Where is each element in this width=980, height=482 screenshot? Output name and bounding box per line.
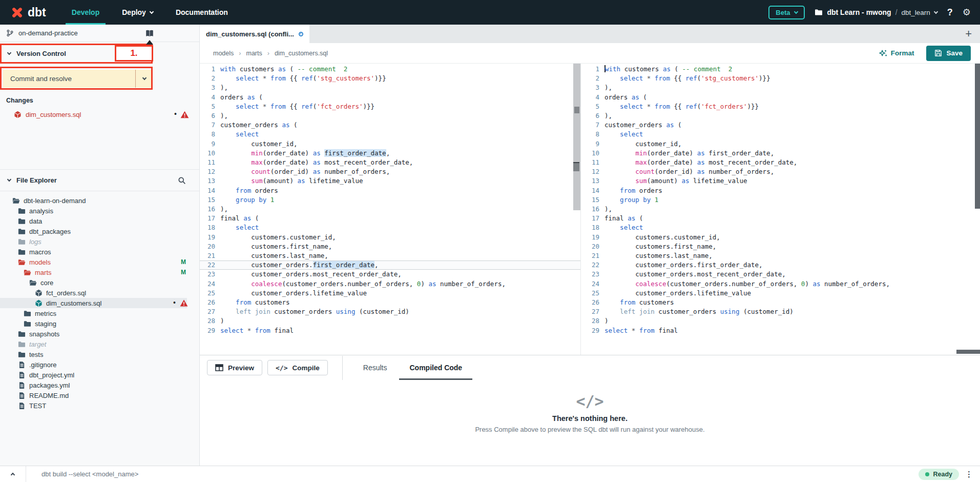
commit-dropdown-toggle[interactable] — [135, 70, 153, 88]
code-line[interactable]: 19 customers.customer_id, — [200, 233, 580, 242]
help-button[interactable]: ? — [947, 7, 953, 18]
tree-item-logs[interactable]: logs — [0, 236, 187, 247]
tab-dim-customers[interactable]: dim_customers.sql (confli... — [200, 25, 309, 43]
code-line[interactable]: 15 group by 1 — [200, 195, 580, 205]
menu-item-documentation[interactable]: Documentation — [164, 0, 239, 25]
commit-and-resolve-button[interactable]: Commit and resolve — [3, 70, 153, 88]
tree-item-readme-md[interactable]: README.md — [0, 390, 187, 400]
code-line[interactable]: 7customer_orders as ( — [200, 120, 580, 130]
code-line[interactable]: 17final as ( — [200, 214, 580, 223]
account-project-selector[interactable]: dbt Learn - mwong / dbt_learn — [815, 8, 937, 16]
tree-item-marts[interactable]: martsM — [0, 267, 187, 277]
code-line[interactable]: 10 min(order_date) as first_order_date, — [200, 149, 580, 158]
tree-item-packages-yml[interactable]: packages.yml — [0, 380, 187, 390]
tree-item-fct-orders-sql[interactable]: fct_orders.sql — [0, 288, 187, 298]
tree-item-tests[interactable]: tests — [0, 349, 187, 359]
code-line[interactable]: 9 customer_id, — [200, 139, 580, 149]
code-line[interactable]: 26 from customers — [200, 298, 580, 307]
settings-gear-icon[interactable]: ⚙ — [963, 7, 971, 18]
menu-item-deploy[interactable]: Deploy — [111, 0, 164, 25]
code-line[interactable]: 6), — [200, 111, 580, 120]
code-line[interactable]: 2 select * from {{ ref('stg_customers')}… — [584, 74, 980, 83]
new-tab-button[interactable]: + — [965, 28, 980, 39]
code-line[interactable]: 17final as ( — [584, 214, 980, 223]
file-explorer-header[interactable]: File Explorer — [0, 170, 199, 191]
code-line[interactable]: 16), — [584, 205, 980, 214]
preview-button[interactable]: Preview — [207, 360, 262, 375]
tree-item-dbt-learn-on-demand[interactable]: dbt-learn-on-demand — [0, 195, 187, 206]
code-line[interactable]: 22 customer_orders.first_order_date, — [584, 260, 980, 270]
code-line[interactable]: 22 customer_orders.first_order_date, — [200, 260, 580, 270]
code-line[interactable]: 29select * from final — [584, 326, 980, 335]
code-line[interactable]: 21 customers.last_name, — [584, 251, 980, 260]
code-line[interactable]: 9 customer_id, — [584, 139, 980, 149]
save-button[interactable]: Save — [926, 46, 971, 61]
code-line[interactable]: 2 select * from {{ ref('stg_customers')}… — [200, 74, 580, 83]
code-line[interactable]: 8 select — [200, 130, 580, 139]
vertical-scrollbar-thumb[interactable] — [975, 64, 980, 209]
version-control-header[interactable]: Version Control — [0, 42, 199, 65]
tree-item--gitignore[interactable]: .gitignore — [0, 359, 187, 370]
code-line[interactable]: 5 select * from {{ ref('fct_orders')}} — [584, 102, 980, 111]
code-line[interactable]: 26 from customers — [584, 298, 980, 307]
code-line[interactable]: 28) — [200, 316, 580, 326]
menu-item-develop[interactable]: Develop — [60, 0, 111, 25]
chevron-up-icon[interactable] — [11, 473, 15, 477]
code-pane-right[interactable]: 1with customers as ( -- comment 22 selec… — [580, 64, 980, 355]
command-input[interactable]: dbt build --select <model_name> — [26, 470, 919, 478]
code-line[interactable]: 4orders as ( — [584, 93, 980, 102]
code-line[interactable]: 24 coalesce(customer_orders.number_of_or… — [584, 279, 980, 289]
code-line[interactable]: 11 max(order_date) as most_recent_order_… — [200, 158, 580, 167]
results-tab-compiled-code[interactable]: Compiled Code — [403, 355, 468, 380]
code-line[interactable]: 14 from orders — [584, 186, 980, 195]
code-line[interactable]: 5 select * from {{ ref('fct_orders')}} — [200, 102, 580, 111]
code-line[interactable]: 4orders as ( — [200, 93, 580, 102]
code-line[interactable]: 23 customer_orders.most_recent_order_dat… — [200, 270, 580, 279]
tree-item-dbt-packages[interactable]: dbt_packages — [0, 226, 187, 236]
breadcrumb-item[interactable]: marts — [246, 50, 262, 57]
git-branch-row[interactable]: on-demand-practice — [0, 25, 199, 42]
docs-book-icon[interactable] — [145, 29, 154, 37]
code-line[interactable]: 20 customers.first_name, — [584, 242, 980, 251]
tree-item-macros[interactable]: macros — [0, 247, 187, 257]
code-line[interactable]: 25 customer_orders.lifetime_value — [200, 289, 580, 298]
compile-button[interactable]: </> Compile — [267, 360, 328, 375]
horizontal-scrollbar-thumb[interactable] — [956, 350, 980, 354]
code-line[interactable]: 29select * from final — [200, 326, 580, 335]
code-line[interactable]: 8 select — [584, 130, 980, 139]
code-line[interactable]: 3), — [200, 83, 580, 92]
tree-item-models[interactable]: modelsM — [0, 257, 187, 267]
tree-item-core[interactable]: core — [0, 277, 187, 288]
results-tab-results[interactable]: Results — [357, 355, 393, 380]
tree-item-analysis[interactable]: analysis — [0, 206, 187, 216]
format-button[interactable]: Format — [879, 49, 914, 57]
code-line[interactable]: 23 customer_orders.most_recent_order_dat… — [584, 270, 980, 279]
tree-item-dbt-project-yml[interactable]: dbt_project.yml — [0, 370, 187, 380]
code-line[interactable]: 14 from orders — [200, 186, 580, 195]
tree-item-dim-customers-sql[interactable]: dim_customers.sql• — [0, 298, 187, 308]
minimap-scrollbar[interactable] — [573, 64, 580, 210]
code-pane-left[interactable]: 1with customers as ( -- comment 22 selec… — [200, 64, 580, 355]
code-line[interactable]: 18 select — [584, 223, 980, 232]
breadcrumb-item[interactable]: models — [213, 50, 234, 57]
code-line[interactable]: 27 left join customer_orders using (cust… — [584, 307, 980, 316]
beta-dropdown[interactable]: Beta — [768, 6, 805, 19]
code-line[interactable]: 1with customers as ( -- comment 2 — [584, 65, 980, 74]
code-line[interactable]: 25 customer_orders.lifetime_value — [584, 289, 980, 298]
code-line[interactable]: 3), — [584, 83, 980, 92]
code-line[interactable]: 19 customers.customer_id, — [584, 233, 980, 242]
code-line[interactable]: 18 select — [200, 223, 580, 232]
code-line[interactable]: 24 coalesce(customer_orders.number_of_or… — [200, 279, 580, 289]
tree-item-staging[interactable]: staging — [0, 318, 187, 329]
tree-item-target[interactable]: target — [0, 339, 187, 349]
code-line[interactable]: 16), — [200, 205, 580, 214]
code-line[interactable]: 13 sum(amount) as lifetime_value — [584, 176, 980, 186]
tree-item-metrics[interactable]: metrics — [0, 308, 187, 318]
code-line[interactable]: 28) — [584, 316, 980, 326]
tree-item-data[interactable]: data — [0, 216, 187, 226]
dbt-logo[interactable]: dbt — [0, 0, 60, 25]
code-line[interactable]: 15 group by 1 — [584, 195, 980, 205]
changed-file-row[interactable]: dim_customers.sql • — [0, 109, 199, 119]
code-line[interactable]: 21 customers.last_name, — [200, 251, 580, 260]
search-icon[interactable] — [178, 176, 186, 185]
